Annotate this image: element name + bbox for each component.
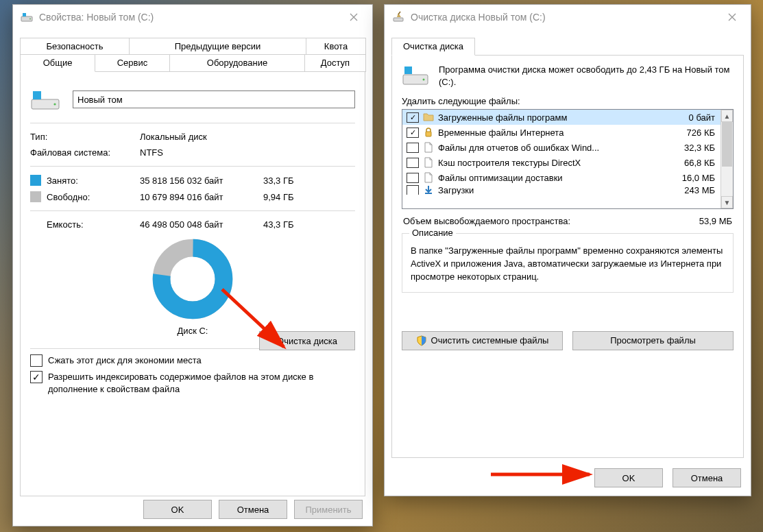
list-item[interactable]: Файлы для отчетов об ошибках Wind...32,3…: [402, 140, 720, 155]
close-button[interactable]: [716, 7, 748, 27]
list-item-checkbox[interactable]: [407, 185, 419, 195]
divider: [30, 166, 355, 167]
compress-checkbox[interactable]: [30, 354, 43, 367]
properties-footer: OK Отмена Применить: [13, 500, 372, 519]
used-label: Занято:: [47, 176, 140, 186]
list-item-size: 243 МБ: [671, 185, 716, 195]
general-tab-pane: Тип: Локальный диск Файловая система: NT…: [20, 71, 365, 496]
list-item-size: 16,0 МБ: [671, 173, 716, 183]
disk-cleanup-button[interactable]: Очистка диска: [259, 331, 355, 350]
list-item-name: Кэш построителя текстуры DirectX: [438, 158, 667, 168]
list-item[interactable]: Кэш построителя текстуры DirectX66,8 КБ: [402, 155, 720, 170]
description-text: В папке "Загруженные файлы программ" вре…: [411, 245, 725, 284]
svg-rect-8: [393, 18, 403, 21]
index-label: Разрешить индексировать содержимое файло…: [48, 371, 355, 395]
drive-icon-medium: [402, 64, 429, 89]
svg-line-9: [398, 12, 400, 14]
divider: [30, 123, 355, 123]
list-item-name: Файлы оптимизации доставки: [438, 173, 667, 183]
svg-rect-14: [425, 193, 432, 194]
description-groupbox: Описание В папке "Загруженные файлы прог…: [402, 233, 734, 293]
files-listbox: Загруженные файлы программ0 байтВременны…: [402, 109, 734, 209]
properties-window: Свойства: Новый том (C:) Безопасность Пр…: [12, 4, 373, 527]
scrollbar[interactable]: ▲ ▼: [720, 110, 733, 208]
capacity-bytes: 46 498 050 048 байт: [140, 219, 263, 230]
scroll-thumb[interactable]: [722, 122, 732, 167]
free-color-swatch: [30, 191, 41, 202]
cancel-button[interactable]: Отмена: [219, 500, 287, 519]
disk-chart-label: Диск C:: [178, 326, 208, 336]
apply-button[interactable]: Применить: [294, 500, 363, 519]
used-color-swatch: [30, 175, 41, 186]
close-button[interactable]: [338, 7, 370, 27]
svg-rect-1: [23, 13, 26, 16]
down-icon: [423, 185, 434, 195]
freed-space-value: 53,9 МБ: [699, 216, 732, 226]
folder-icon: [423, 112, 434, 123]
svg-point-7: [162, 248, 224, 311]
svg-point-12: [423, 79, 425, 81]
cleanup-footer: OK Отмена: [594, 468, 741, 487]
list-item-checkbox[interactable]: [407, 112, 419, 123]
list-item-name: Файлы для отчетов об ошибках Wind...: [438, 143, 667, 153]
drive-icon-large: [30, 87, 60, 112]
svg-point-5: [53, 103, 56, 105]
svg-point-2: [29, 19, 31, 20]
tab-general[interactable]: Общие: [20, 54, 95, 72]
list-item-checkbox[interactable]: [407, 143, 419, 153]
cleanup-title: Очистка диска Новый том (C:): [411, 12, 716, 23]
ok-button[interactable]: OK: [594, 468, 663, 487]
list-item[interactable]: Временные файлы Интернета726 КБ: [402, 125, 720, 140]
capacity-label: Емкость:: [47, 219, 140, 230]
cleanup-window: Очистка диска Новый том (C:) Очистка дис…: [384, 4, 751, 496]
file-icon: [423, 172, 434, 183]
broom-icon: [391, 10, 405, 24]
tab-previous-versions[interactable]: Предыдущие версии: [129, 38, 306, 55]
tab-tools[interactable]: Сервис: [95, 54, 170, 72]
list-item[interactable]: Загруженные файлы программ0 байт: [402, 110, 720, 125]
list-item-size: 66,8 КБ: [671, 158, 716, 168]
tab-cleanup[interactable]: Очистка диска: [391, 38, 475, 56]
tab-hardware[interactable]: Оборудование: [169, 54, 305, 72]
tab-sharing[interactable]: Доступ: [304, 54, 366, 72]
scroll-up-button[interactable]: ▲: [721, 110, 733, 122]
free-bytes: 10 679 894 016 байт: [140, 192, 263, 202]
list-item-checkbox[interactable]: [407, 128, 419, 138]
file-icon: [423, 157, 434, 168]
file-icon: [423, 142, 434, 153]
index-checkbox[interactable]: [30, 371, 43, 383]
delete-files-label: Удалить следующие файлы:: [402, 96, 734, 106]
list-item[interactable]: Файлы оптимизации доставки16,0 МБ: [402, 170, 720, 185]
scroll-down-button[interactable]: ▼: [721, 196, 733, 208]
list-item-size: 0 байт: [671, 112, 716, 123]
capacity-gb: 43,3 ГБ: [263, 219, 311, 230]
properties-tabs: Безопасность Предыдущие версии Квота Общ…: [20, 38, 365, 496]
clean-system-files-label: Очистить системные файлы: [431, 335, 549, 346]
list-item[interactable]: Загрузки243 МБ: [402, 185, 720, 195]
list-item-checkbox[interactable]: [407, 158, 419, 168]
type-label: Тип:: [30, 132, 140, 142]
list-item-checkbox[interactable]: [407, 173, 419, 183]
shield-icon: [416, 335, 427, 346]
type-value: Локальный диск: [140, 132, 355, 142]
clean-system-files-button[interactable]: Очистить системные файлы: [402, 331, 563, 350]
cleanup-titlebar[interactable]: Очистка диска Новый том (C:): [385, 5, 751, 29]
used-gb: 33,3 ГБ: [263, 176, 311, 186]
tab-quota[interactable]: Квота: [306, 38, 366, 55]
freed-space-label: Объем высвобождаемого пространства:: [403, 216, 570, 226]
ok-button[interactable]: OK: [143, 500, 212, 519]
svg-rect-11: [404, 66, 412, 74]
filesystem-value: NTFS: [140, 147, 355, 158]
filesystem-label: Файловая система:: [30, 147, 140, 158]
properties-titlebar[interactable]: Свойства: Новый том (C:): [13, 5, 372, 29]
view-files-button[interactable]: Просмотреть файлы: [572, 331, 734, 350]
drive-name-input[interactable]: [73, 90, 355, 108]
free-label: Свободно:: [47, 192, 140, 202]
free-gb: 9,94 ГБ: [263, 192, 311, 202]
description-legend: Описание: [409, 228, 456, 238]
list-item-name: Загрузки: [438, 185, 667, 195]
svg-rect-13: [426, 132, 431, 136]
cancel-button[interactable]: Отмена: [673, 468, 741, 487]
tab-security[interactable]: Безопасность: [20, 38, 130, 55]
properties-title: Свойства: Новый том (C:): [39, 12, 338, 23]
